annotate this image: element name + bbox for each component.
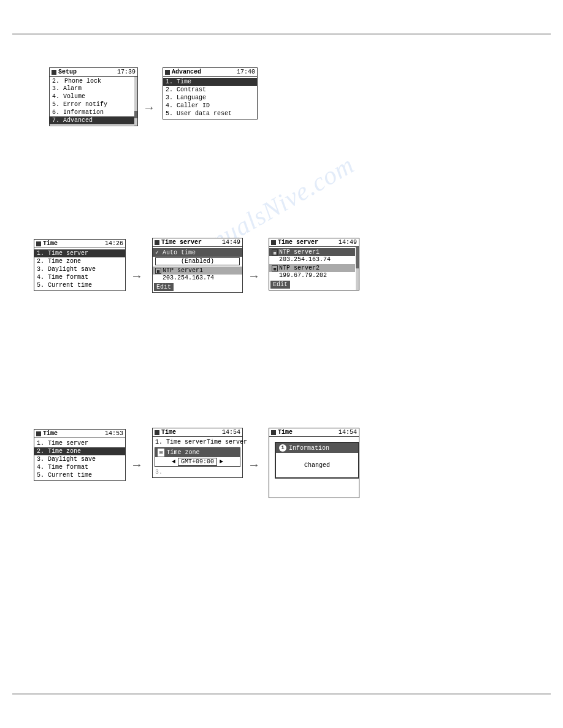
setup-screen: Setup 17:39 2.Phone lock 3. Alarm 4. Vol… xyxy=(49,67,138,126)
time-item-4-r3[interactable]: 4. Time format xyxy=(34,463,125,471)
advanced-item-3[interactable]: 3. Language xyxy=(163,94,257,102)
timeserver-header-r2: Time server 14:49 xyxy=(153,238,242,247)
ntp2-label-r2s3: NTP server2 xyxy=(279,265,320,271)
timezone-title-r3: Time xyxy=(161,429,222,436)
arrow-r3-2: → xyxy=(250,458,258,472)
timeserver-title-r2: Time server xyxy=(161,239,222,246)
timeserver2-header-r2: Time server 14:49 xyxy=(269,238,359,247)
page-container: manualsNive.com Setup 17:39 2.Phone lock… xyxy=(0,0,563,728)
timezone-screen-r3: Time 14:54 1. Time serverTime server ⊞ T… xyxy=(152,428,243,478)
setup-body: 2.Phone lock 3. Alarm 4. Volume 5. Error… xyxy=(50,77,137,126)
timeserver2-title-r2: Time server xyxy=(278,239,339,246)
advanced-title: Advanced xyxy=(172,69,237,75)
tz-item3[interactable]: 3. xyxy=(153,468,242,476)
time-title-r3: Time xyxy=(43,430,105,437)
setup-item-2[interactable]: 3. Alarm xyxy=(50,85,137,93)
tz-item1[interactable]: 1. Time serverTime server xyxy=(153,438,242,446)
setup-icon xyxy=(52,70,56,75)
ntp1-label-r2s3: NTP server1 xyxy=(279,249,320,256)
time-title-r2: Time xyxy=(43,240,105,247)
advanced-header: Advanced 17:40 xyxy=(163,68,257,77)
setup-header: Setup 17:39 xyxy=(50,68,137,77)
time-item-2-r3[interactable]: 2. Time zone xyxy=(34,447,125,455)
timezone-dialog: ⊞ Time zone ◄ GMT+09:00 ► xyxy=(155,447,240,467)
time-item-3-r2[interactable]: 3. Daylight save xyxy=(34,265,125,273)
arrow-r2-1: → xyxy=(133,270,140,284)
info-dialog-text: Changed xyxy=(304,462,330,469)
timeserver-screen-r2: Time server 14:49 ✓ Auto time (Enabled) … xyxy=(152,238,243,293)
advanced-item-5[interactable]: 5. User data reset xyxy=(163,110,257,118)
time-clock-r3: 14:53 xyxy=(105,430,123,437)
time-screen-r2: Time 14:26 1. Time server 2. Time zone 3… xyxy=(34,239,126,291)
server-icon-r2s3-2: ▦ xyxy=(272,265,278,271)
setup-item-6[interactable]: 7. Advanced xyxy=(50,116,137,124)
setup-scrollbar[interactable] xyxy=(134,77,137,126)
advanced-body: 1. Time 2. Contrast 3. Language 4. Calle… xyxy=(163,77,257,119)
timezone-clock-r3: 14:54 xyxy=(222,429,240,436)
tz-dialog-title: Time zone xyxy=(166,449,199,456)
timeserver2-scrollbar-thumb xyxy=(356,247,359,268)
timeserver2-clock-r2: 14:49 xyxy=(339,239,357,246)
timeserver2-icon-r2 xyxy=(271,240,276,245)
time-icon-r2 xyxy=(36,241,41,246)
time-item-1-r2[interactable]: 1. Time server xyxy=(34,249,125,257)
setup-item-4[interactable]: 5. Error notify xyxy=(50,100,137,108)
bottom-rule xyxy=(12,694,551,694)
timezone-icon-r3 xyxy=(155,430,159,435)
ntp2-ip-r2s3: 199.67.79.202 xyxy=(269,272,355,279)
advanced-icon xyxy=(165,70,170,75)
info-screen-clock-r3: 14:54 xyxy=(339,429,357,436)
ntp1-row-r2s3[interactable]: ▦ NTP server1 xyxy=(269,248,355,256)
ntp2-row-r2s3[interactable]: ▦ NTP server2 xyxy=(269,264,355,272)
ntp1-label: NTP server1 xyxy=(163,267,203,274)
time-item-5-r3[interactable]: 5. Current time xyxy=(34,471,125,479)
advanced-screen: Advanced 17:40 1. Time 2. Contrast 3. La… xyxy=(163,67,258,119)
info-screen-title-r3: Time xyxy=(278,429,339,436)
timeserver-body-r2: ✓ Auto time (Enabled) ▦ NTP server1 203.… xyxy=(153,247,242,292)
timeserver-clock-r2: 14:49 xyxy=(222,239,240,246)
time-screen-r3: Time 14:53 1. Time server 2. Time zone 3… xyxy=(34,429,126,481)
edit-button-r2s2[interactable]: Edit xyxy=(154,283,174,291)
arrow-r2-2: → xyxy=(250,270,258,284)
tz-right-arrow[interactable]: ► xyxy=(220,458,223,465)
arrow-r1-1: → xyxy=(145,101,153,115)
setup-time: 17:39 xyxy=(117,69,136,75)
advanced-item-4[interactable]: 4. Caller ID xyxy=(163,102,257,110)
timeserver2-scrollbar[interactable] xyxy=(356,247,359,290)
setup-scrollbar-thumb xyxy=(134,111,137,118)
advanced-item-1[interactable]: 1. Time xyxy=(163,78,257,86)
timezone-body-r3: 1. Time serverTime server ⊞ Time zone ◄ … xyxy=(153,437,242,477)
tz-left-arrow[interactable]: ◄ xyxy=(172,458,175,465)
time-body-r3: 1. Time server 2. Time zone 3. Daylight … xyxy=(34,438,125,480)
info-i-icon: i xyxy=(279,444,286,452)
tz-dialog-icon: ⊞ xyxy=(158,449,164,457)
time-header-r2: Time 14:26 xyxy=(34,240,125,248)
server-icon-1: ▦ xyxy=(155,268,161,274)
time-item-1-r3[interactable]: 1. Time server xyxy=(34,439,125,447)
info-dialog-body: Changed xyxy=(276,453,358,477)
ntp1-ip-r2s3: 203.254.163.74 xyxy=(269,256,355,263)
enabled-box: (Enabled) xyxy=(155,257,240,265)
time-item-3-r3[interactable]: 3. Daylight save xyxy=(34,455,125,463)
advanced-item-2[interactable]: 2. Contrast xyxy=(163,86,257,94)
time-body-r2: 1. Time server 2. Time zone 3. Daylight … xyxy=(34,248,125,290)
setup-item-1[interactable]: 2. xyxy=(50,77,62,85)
time-item-5-r2[interactable]: 5. Current time xyxy=(34,281,125,289)
ntp1-row[interactable]: ▦ NTP server1 xyxy=(153,267,242,275)
setup-title: Setup xyxy=(58,69,117,75)
edit-button-r2s3[interactable]: Edit xyxy=(270,281,290,289)
autotime-label: Auto time xyxy=(163,249,196,256)
time-item-2-r2[interactable]: 2. Time zone xyxy=(34,257,125,265)
timeserver2-screen-r2: Time server 14:49 ▦ NTP server1 203.254.… xyxy=(269,238,359,290)
advanced-time: 17:40 xyxy=(237,69,255,75)
setup-item-3[interactable]: 4. Volume xyxy=(50,93,137,100)
setup-item-5[interactable]: 6. Information xyxy=(50,108,137,116)
ntp1-ip: 203.254.163.74 xyxy=(153,275,242,281)
autotime-row[interactable]: ✓ Auto time xyxy=(153,248,242,257)
setup-item-1-label: Phone lock xyxy=(62,77,104,85)
time-clock-r2: 14:26 xyxy=(105,240,123,247)
time-item-4-r2[interactable]: 4. Time format xyxy=(34,273,125,281)
tz-value-row: ◄ GMT+09:00 ► xyxy=(155,457,240,466)
server-icon-r2s3-1: ▦ xyxy=(272,249,278,256)
info-dialog-header: i Information xyxy=(276,443,358,453)
